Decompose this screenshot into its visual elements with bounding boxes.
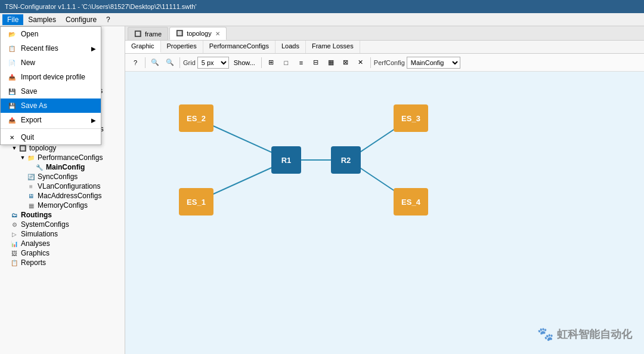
new-label: New: [21, 59, 35, 67]
titlebar: TSN-Configurator v1.1.1 - 'C:\Users\8152…: [0, 0, 644, 13]
inner-tab-properties[interactable]: Properties: [161, 41, 203, 53]
sidebar-item-memoryconfigs[interactable]: ▦MemoryConfigs: [0, 201, 125, 210]
toolbar-sep-4: [370, 57, 371, 68]
menu-save-as[interactable]: 💾 Save As: [1, 98, 101, 113]
memoryconfigs-icon: ▦: [26, 201, 36, 210]
menu-new[interactable]: 📄 New: [1, 56, 101, 70]
table-button[interactable]: ▦: [324, 56, 338, 69]
grid-view-button[interactable]: ⊞: [265, 56, 278, 69]
reports-icon: 📋: [10, 258, 19, 267]
node-es_1[interactable]: ES_1: [179, 188, 213, 216]
toolbar-sep-2: [179, 57, 180, 68]
menu-import[interactable]: 📥 Import device profile: [1, 70, 101, 84]
sidebar-item-vlanconfigurations[interactable]: ≡VLanConfigurations: [0, 181, 125, 191]
systemconfigs-icon: ⚙: [10, 220, 19, 229]
export-icon: 📤: [7, 116, 17, 124]
sidebar-label: MacAddressConfigs: [38, 192, 101, 200]
zoom-fit-button[interactable]: 🔍: [148, 56, 162, 69]
recent-label: Recent files: [21, 44, 58, 53]
menu-samples[interactable]: Samples: [23, 14, 61, 25]
sidebar-label: PerformanceConfigs: [38, 153, 103, 162]
syncconfigs-icon: 🔄: [26, 173, 36, 181]
simulations-icon: ▷: [10, 230, 19, 238]
quit-icon: ✕: [7, 133, 17, 141]
sidebar-item-analyses[interactable]: 📊Analyses: [0, 239, 125, 248]
cross-button[interactable]: ⊠: [339, 56, 352, 69]
close-button[interactable]: ✕: [354, 56, 367, 69]
titlebar-text: TSN-Configurator v1.1.1 - 'C:\Users\8152…: [5, 3, 197, 10]
tab-topology[interactable]: 🔲 topology ✕: [169, 27, 227, 40]
sidebar-item-syncconfigs[interactable]: 🔄SyncConfigs: [0, 172, 125, 181]
save-label: Save: [21, 87, 37, 96]
sidebar-item-reports[interactable]: 📋Reports: [0, 258, 125, 267]
menubar: File Samples Configure ?: [0, 13, 644, 26]
node-r1[interactable]: R1: [271, 146, 301, 174]
sidebar-item-performanceconfigs[interactable]: ▼📁PerformanceConfigs: [0, 153, 125, 162]
expand-arrow[interactable]: ▼: [11, 144, 18, 152]
grid-select[interactable]: 5 px 10 px 20 px: [197, 57, 229, 69]
inner-tab-loads[interactable]: Loads: [275, 41, 306, 53]
sidebar-label: Graphics: [21, 249, 49, 257]
sidebar-item-graphics[interactable]: 🖼Graphics: [0, 248, 125, 258]
node-es_4[interactable]: ES_4: [394, 188, 428, 216]
sidebar-label: Analyses: [21, 239, 50, 248]
perf-config-select[interactable]: MainConfig: [407, 57, 460, 69]
tab-topology-label: topology: [187, 30, 212, 37]
inner-tab-performance[interactable]: PerformanceConfigs: [203, 41, 275, 53]
sidebar-label: VLanConfigurations: [38, 182, 100, 190]
routings-icon: 🗂: [10, 211, 19, 219]
tab-frame-label: frame: [145, 30, 162, 38]
new-icon: 📄: [7, 59, 17, 67]
toolbar-sep-3: [261, 57, 262, 68]
sidebar-item-simulations[interactable]: ▷Simulations: [0, 229, 125, 239]
save-as-label: Save As: [21, 101, 47, 110]
menu-file[interactable]: File: [2, 14, 23, 25]
export-arrow-icon: ▶: [91, 117, 96, 124]
sidebar-label: Simulations: [21, 230, 58, 238]
node-es_3[interactable]: ES_3: [394, 104, 428, 132]
sidebar-item-routings[interactable]: 🗂Routings: [0, 210, 125, 220]
minus-button[interactable]: ⊟: [309, 56, 323, 69]
fit-button[interactable]: □: [280, 56, 293, 69]
node-es_2[interactable]: ES_2: [179, 104, 213, 132]
zoom-button[interactable]: 🔍: [163, 56, 177, 69]
menu-configure[interactable]: Configure: [61, 14, 101, 25]
recent-icon: 📋: [7, 44, 17, 53]
sidebar-label: Reports: [21, 258, 46, 267]
node-r2[interactable]: R2: [331, 146, 361, 174]
tab-close-icon[interactable]: ✕: [215, 30, 220, 37]
content-area: 🔲 frame 🔲 topology ✕ Graphic Properties …: [125, 26, 644, 354]
file-dropdown: 📂 Open 📋 Recent files ▶ 📄 New 📥 Import d…: [0, 26, 101, 145]
save-as-icon: 💾: [7, 101, 17, 110]
menu-help[interactable]: ?: [101, 14, 115, 25]
inner-tab-framelosses[interactable]: Frame Losses: [306, 41, 360, 53]
vlanconfigurations-icon: ≡: [26, 182, 36, 190]
perf-config-label: PerfConfig: [374, 59, 405, 66]
menu-recent-files[interactable]: 📋 Recent files ▶: [1, 41, 101, 56]
watermark: 🐾 虹科智能自动化: [537, 327, 632, 342]
menu-save[interactable]: 💾 Save: [1, 84, 101, 98]
list-button[interactable]: ≡: [295, 56, 308, 69]
sidebar-item-mainconfig[interactable]: 🔧MainConfig: [0, 162, 125, 172]
sidebar-item-macaddressconfigs[interactable]: 🖥MacAddressConfigs: [0, 191, 125, 201]
show-button[interactable]: Show...: [231, 56, 258, 69]
help-button[interactable]: ?: [129, 56, 142, 69]
tab-frame[interactable]: 🔲 frame: [128, 27, 168, 40]
topology-icon: 🔲: [18, 144, 27, 152]
mainconfig-icon: 🔧: [35, 163, 44, 171]
sidebar-label: Routings: [21, 211, 52, 219]
menu-open[interactable]: 📂 Open: [1, 27, 101, 41]
quit-label: Quit: [21, 133, 34, 141]
grid-label: Grid: [183, 59, 196, 66]
menu-quit[interactable]: ✕ Quit: [1, 130, 101, 144]
import-icon: 📥: [7, 73, 17, 81]
canvas-area: ES_2ES_3ES_1ES_4R1R2 🐾 虹科智能自动化: [125, 72, 644, 354]
sidebar-item-systemconfigs[interactable]: ⚙SystemConfigs: [0, 220, 125, 229]
expand-arrow[interactable]: ▼: [19, 154, 26, 161]
watermark-icon: 🐾: [537, 327, 553, 342]
menu-export[interactable]: 📤 Export ▶: [1, 113, 101, 127]
sidebar-label: MemoryConfigs: [38, 201, 88, 210]
sidebar-label: SyncConfigs: [38, 173, 78, 181]
performanceconfigs-icon: 📁: [26, 153, 36, 162]
inner-tab-graphic[interactable]: Graphic: [125, 41, 161, 53]
